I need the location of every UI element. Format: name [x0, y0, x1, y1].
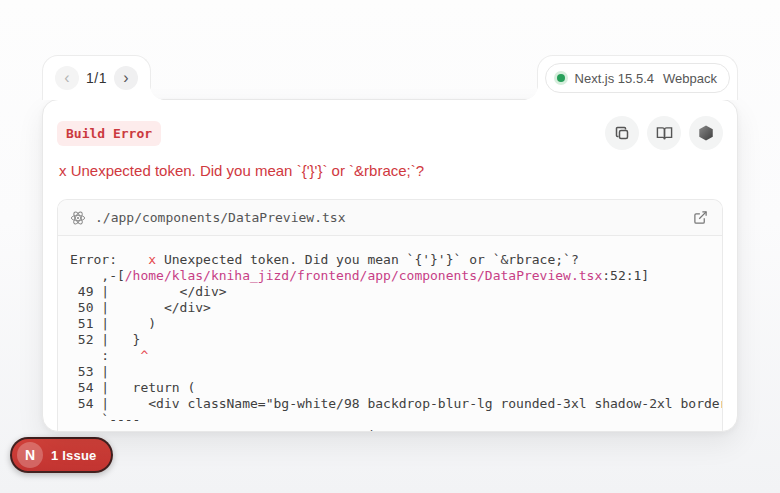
code-line: 53 |	[70, 364, 710, 380]
next-error-button[interactable]: ›	[114, 66, 138, 90]
error-overlay: ‹ 1/1 › Next.js 15.5.4 Webpack Build Err…	[42, 55, 738, 432]
react-icon	[70, 210, 86, 226]
external-link-icon	[693, 210, 708, 225]
book-icon	[656, 125, 673, 142]
version-tab: Next.js 15.5.4 Webpack	[537, 55, 738, 100]
runtime-button[interactable]	[689, 116, 723, 150]
error-type-badge: Build Error	[57, 121, 161, 146]
chevron-right-icon: ›	[123, 67, 128, 89]
code-line: DataPreview.tsx:52:1	[70, 428, 710, 432]
version-label: Next.js 15.5.4	[575, 71, 655, 86]
code-line: 52 | }	[70, 332, 710, 348]
code-line: Error: x Unexpected token. Did you mean …	[70, 252, 710, 268]
code-line: ,-[/home/klas/kniha_jizd/frontend/app/co…	[70, 268, 710, 284]
code-line: `----	[70, 412, 710, 428]
hexagon-icon	[697, 124, 715, 142]
code-line: 51 | )	[70, 316, 710, 332]
overlay-header: ‹ 1/1 › Next.js 15.5.4 Webpack	[42, 55, 738, 99]
code-frame-header: ./app/components/DataPreview.tsx	[58, 200, 722, 236]
source-file-path: ./app/components/DataPreview.tsx	[95, 210, 682, 225]
error-message: x Unexpected token. Did you mean `{'}'}`…	[57, 160, 723, 182]
error-dialog: Build Error	[42, 99, 738, 432]
code-line: 54 | <div className="bg-white/98 backdro…	[70, 396, 710, 412]
nextjs-logo-icon: N	[17, 442, 43, 468]
error-pagination-count: 1/1	[86, 70, 107, 86]
dialog-toolbar	[605, 116, 723, 150]
open-in-editor-button[interactable]	[691, 208, 710, 227]
code-line: 54 | return (	[70, 380, 710, 396]
previous-error-button[interactable]: ‹	[55, 66, 79, 90]
docs-button[interactable]	[647, 116, 681, 150]
status-dot-icon	[554, 71, 568, 85]
bundler-label: Webpack	[663, 71, 717, 86]
code-lines: Error: x Unexpected token. Did you mean …	[58, 236, 722, 432]
copy-icon	[614, 125, 630, 141]
issues-indicator-button[interactable]: N 1 Issue	[10, 437, 113, 473]
code-line: 50 | </div>	[70, 300, 710, 316]
issue-count-label: 1 Issue	[51, 448, 97, 463]
chevron-left-icon: ‹	[64, 67, 69, 89]
version-badge: Next.js 15.5.4 Webpack	[545, 63, 730, 93]
pagination-tab: ‹ 1/1 ›	[42, 55, 151, 100]
code-line: : ^	[70, 348, 710, 364]
copy-error-button[interactable]	[605, 116, 639, 150]
code-frame: ./app/components/DataPreview.tsx Error: …	[57, 199, 723, 432]
code-line: 49 | </div>	[70, 284, 710, 300]
